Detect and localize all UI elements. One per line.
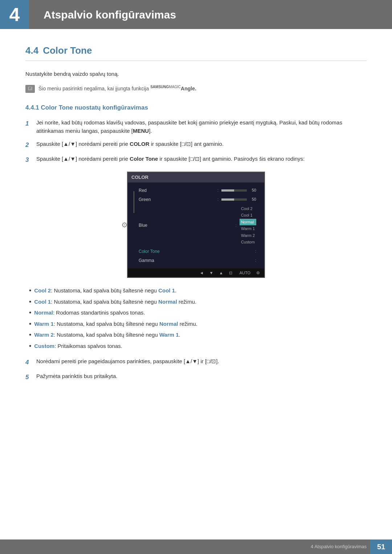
monitor-menu: Red : 50 Green bbox=[136, 186, 258, 265]
note-box: Šio meniu pasirinkti negalima, kai įjung… bbox=[25, 84, 367, 93]
steps-list: 1 Jei norite, kad būtų rodomas klavišų v… bbox=[25, 119, 367, 164]
nav-down-icon: ▼ bbox=[209, 270, 213, 276]
step-number-1: 1 bbox=[25, 119, 32, 135]
step-text-4: Norėdami pereiti prie pageidaujamos pari… bbox=[36, 357, 367, 367]
nav-left-icon: ◄ bbox=[200, 270, 204, 276]
bullet-normal: • Normal: Rodomas standartinis spalvos t… bbox=[29, 309, 367, 317]
monitor-header: COLOR bbox=[128, 172, 264, 182]
monitor-body: ⚙ Red : bbox=[128, 182, 264, 268]
monitor-screenshot: COLOR ⚙ Red : bbox=[25, 172, 367, 278]
menu-row-green: Green : 50 bbox=[136, 195, 258, 204]
red-value: 50 bbox=[250, 187, 256, 193]
menu-row-red: Red : 50 bbox=[136, 186, 258, 195]
option-warm1: Warm 1 bbox=[240, 225, 256, 232]
menu-row-gamma: Gamma : bbox=[136, 256, 258, 265]
step-4: 4 Norėdami pereiti prie pageidaujamos pa… bbox=[25, 357, 367, 367]
monitor-footer: ◄ ▼ ▲ ⊡ AUTO ⚙ bbox=[128, 268, 264, 278]
steps-after-list: 4 Norėdami pereiti prie pageidaujamos pa… bbox=[25, 357, 367, 382]
step-3: 3 Spauskite [▲/▼] norėdami pereiti prie … bbox=[25, 155, 367, 165]
option-cool2: Cool 2 bbox=[240, 205, 256, 212]
step-number-5: 5 bbox=[25, 373, 32, 382]
bullet-cool2: • Cool 2: Nustatoma, kad spalva būtų šal… bbox=[29, 287, 367, 295]
monitor-sidebar-brackets bbox=[131, 186, 136, 265]
bullet-cool1: • Cool 1: Nustatoma, kad spalva būtų šal… bbox=[29, 298, 367, 306]
step-text-5: Pažymėta parinktis bus pritaikyta. bbox=[36, 372, 367, 382]
step-text-2: Spauskite [▲/▼] norėdami pereiti prie CO… bbox=[36, 140, 367, 150]
nav-up-icon: ▲ bbox=[219, 270, 223, 276]
green-value: 50 bbox=[250, 196, 256, 202]
bullet-list: • Cool 2: Nustatoma, kad spalva būtų šal… bbox=[29, 287, 367, 350]
step-2: 2 Spauskite [▲/▼] norėdami pereiti prie … bbox=[25, 140, 367, 150]
step-1: 1 Jei norite, kad būtų rodomas klavišų v… bbox=[25, 119, 367, 135]
step-number-3: 3 bbox=[25, 155, 32, 165]
gear-icon: ⚙ bbox=[121, 219, 128, 230]
option-normal: Normal bbox=[240, 219, 256, 226]
main-content: 4.4Color Tone Nustatykite bendrą vaizdo … bbox=[0, 29, 392, 418]
option-cool1: Cool 1 bbox=[240, 212, 256, 219]
chapter-header: 4 Atspalvio konfigūravimas bbox=[0, 0, 392, 29]
chapter-number: 4 bbox=[0, 0, 29, 29]
step-text-3: Spauskite [▲/▼] norėdami pereiti prie Co… bbox=[36, 155, 367, 165]
bullet-warm1: • Warm 1: Nustatoma, kad spalva būtų šil… bbox=[29, 320, 367, 328]
menu-row-blue: Blue : Cool 2 Cool 1 Normal Warm 1 Warm … bbox=[136, 204, 258, 247]
red-progress-fill bbox=[221, 189, 234, 192]
note-text: Šio meniu pasirinkti negalima, kai įjung… bbox=[38, 84, 196, 93]
bullet-warm2: • Warm 2: Nustatoma, kad spalva būtų šil… bbox=[29, 331, 367, 339]
chapter-title: Atspalvio konfigūravimas bbox=[44, 7, 176, 23]
power-icon: ⚙ bbox=[256, 270, 260, 276]
option-warm2: Warm 2 bbox=[240, 232, 256, 239]
auto-label: AUTO bbox=[240, 270, 250, 276]
green-progress-bar bbox=[221, 198, 247, 201]
monitor-screen: COLOR ⚙ Red : bbox=[127, 172, 265, 278]
note-icon bbox=[25, 85, 35, 93]
bullet-custom: • Custom: Pritaikomas spalvos tonas. bbox=[29, 342, 367, 350]
option-custom: Custom bbox=[240, 239, 256, 246]
page-footer: 4 Atspalvio konfigūravimas 51 bbox=[0, 539, 392, 554]
footer-text: 4 Atspalvio konfigūravimas bbox=[311, 543, 370, 550]
step-5: 5 Pažymėta parinktis bus pritaikyta. bbox=[25, 372, 367, 382]
section-description: Nustatykite bendrą vaizdo spalvų toną. bbox=[25, 70, 367, 78]
page-number: 51 bbox=[377, 541, 385, 552]
step-number-2: 2 bbox=[25, 140, 32, 150]
menu-row-colortone: Color Tone : bbox=[136, 247, 258, 256]
step-number-4: 4 bbox=[25, 358, 32, 367]
page-number-box: 51 bbox=[370, 539, 392, 554]
subsection-title: 4.4.1 Color Tone nuostatų konfigūravimas bbox=[25, 103, 367, 112]
green-progress-fill bbox=[221, 198, 234, 201]
step-text-1: Jei norite, kad būtų rodomas klavišų vad… bbox=[36, 119, 367, 135]
nav-select-icon: ⊡ bbox=[229, 270, 232, 276]
color-tone-dropdown: Cool 2 Cool 1 Normal Warm 1 Warm 2 Custo… bbox=[240, 205, 256, 246]
red-progress-bar bbox=[221, 189, 247, 192]
monitor-wrapper: COLOR ⚙ Red : bbox=[127, 172, 265, 278]
section-title: 4.4Color Tone bbox=[25, 44, 367, 61]
